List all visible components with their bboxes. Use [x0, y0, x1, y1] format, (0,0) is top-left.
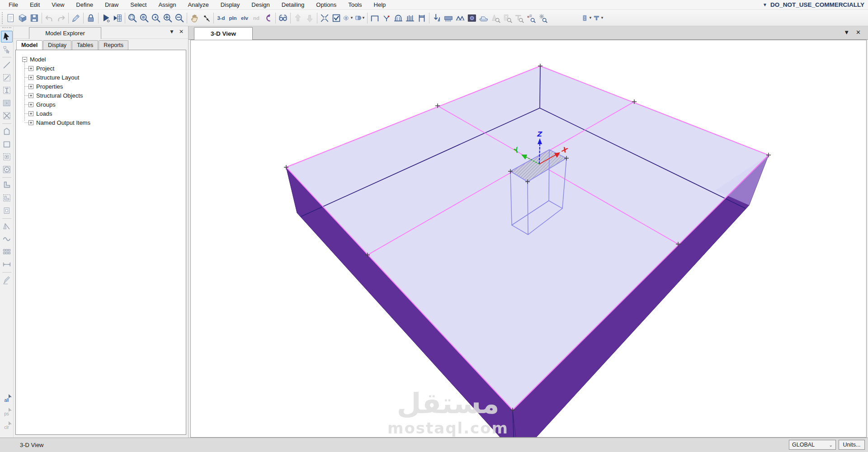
chevron-down-icon[interactable]: ▼ — [589, 16, 592, 20]
show-design-strips-icon[interactable] — [443, 12, 454, 24]
open-model-icon[interactable] — [17, 12, 28, 24]
units-button[interactable]: Units... — [839, 440, 865, 450]
tab-3d-view[interactable]: 3-D View — [194, 27, 253, 40]
model-explorer-title-tab[interactable]: Model Explorer — [29, 27, 101, 39]
beam-view-options-icon[interactable]: ▼ — [593, 12, 604, 24]
menu-design[interactable]: Design — [245, 0, 275, 9]
menu-assign[interactable]: Assign — [152, 0, 182, 9]
collapse-icon[interactable] — [22, 57, 27, 62]
chevron-down-icon[interactable]: ▼ — [600, 16, 604, 20]
draw-curved-tendon-icon[interactable] — [1, 233, 13, 245]
menu-help[interactable]: Help — [368, 0, 392, 9]
column-view-options-icon[interactable]: ▼ — [581, 12, 593, 24]
tree-item-project[interactable]: Project — [28, 64, 186, 73]
view-close-icon[interactable]: ✕ — [856, 29, 861, 36]
find-grid-intersection-icon[interactable] — [537, 12, 548, 24]
object-visibility-icon[interactable] — [277, 12, 289, 24]
run-detailing-icon[interactable] — [112, 12, 123, 24]
previous-zoom-icon[interactable] — [150, 12, 162, 24]
set-display-options-icon[interactable] — [330, 12, 342, 24]
menu-file[interactable]: File — [3, 0, 24, 9]
shrink-objects-icon[interactable] — [319, 12, 330, 24]
chevron-down-icon[interactable]: ▼ — [350, 16, 354, 20]
tree-item-structural-objects[interactable]: Structural Objects — [28, 91, 186, 100]
draw-circular-area-icon[interactable] — [1, 164, 13, 175]
menu-detailing[interactable]: Detailing — [276, 0, 311, 9]
chevron-down-icon[interactable]: ▼ — [362, 16, 365, 20]
coordinate-system-select[interactable]: GLOBAL ⌄ — [789, 440, 836, 450]
view-elevation-button[interactable]: elv — [239, 12, 250, 24]
find-design-strip-icon[interactable] — [513, 12, 525, 24]
pan-icon[interactable] — [189, 12, 200, 24]
select-pointer-icon[interactable] — [1, 31, 13, 42]
restore-full-view-icon[interactable] — [138, 12, 150, 24]
run-analysis-icon[interactable] — [100, 12, 112, 24]
zoom-in-icon[interactable] — [162, 12, 174, 24]
show-tendons-icon[interactable] — [454, 12, 466, 24]
quick-draw-brace-icon[interactable] — [1, 110, 13, 122]
expand-icon[interactable] — [28, 84, 33, 89]
quick-draw-line-icon[interactable] — [1, 72, 13, 84]
draw-design-strip-icon[interactable] — [1, 97, 13, 109]
tree-item-loads[interactable]: Loads — [28, 109, 186, 118]
zoom-out-icon[interactable] — [174, 12, 185, 24]
lock-model-icon[interactable] — [85, 12, 97, 24]
draw-slab-rebar-icon[interactable] — [1, 274, 13, 286]
tree-item-properties[interactable]: Properties — [28, 82, 186, 91]
tree-item-structure-layout[interactable]: Structure Layout — [28, 73, 186, 82]
find-tendon-icon[interactable] — [490, 12, 501, 24]
quick-draw-beam-icon[interactable] — [1, 85, 13, 96]
menu-tools[interactable]: Tools — [342, 0, 368, 9]
menu-select[interactable]: Select — [124, 0, 152, 9]
menu-edit[interactable]: Edit — [24, 0, 46, 9]
new-model-icon[interactable] — [5, 12, 17, 24]
rotate-3d-view-icon[interactable] — [262, 12, 274, 24]
snap-points-icon[interactable] — [200, 12, 212, 24]
menu-options[interactable]: Options — [310, 0, 342, 9]
select-reshape-icon[interactable] — [1, 43, 13, 55]
expand-icon[interactable] — [28, 66, 33, 71]
draw-slab-area-icon[interactable] — [369, 12, 381, 24]
3d-viewport[interactable]: Z X Y — [190, 40, 867, 438]
view-nd-button[interactable]: nd — [250, 12, 262, 24]
explorer-tab-model[interactable]: Model — [16, 40, 42, 50]
expand-icon[interactable] — [28, 75, 33, 80]
menu-draw[interactable]: Draw — [99, 0, 124, 9]
view-plan-button[interactable]: pln — [227, 12, 239, 24]
draw-tendon-icon[interactable] — [1, 221, 13, 232]
tree-root-model[interactable]: Model — [22, 55, 186, 64]
undo-icon[interactable] — [43, 12, 55, 24]
save-model-icon[interactable] — [28, 12, 40, 24]
draw-area-polygon-icon[interactable] — [1, 126, 13, 137]
object-view-options-icon[interactable]: ▼ — [342, 12, 354, 24]
redo-icon[interactable] — [55, 12, 67, 24]
draw-line-object-icon[interactable] — [1, 59, 13, 71]
edit-pen-icon[interactable] — [70, 12, 82, 24]
expand-icon[interactable] — [28, 120, 33, 125]
object-shading-icon[interactable]: ▼ — [354, 12, 366, 24]
explorer-tab-tables[interactable]: Tables — [72, 40, 98, 50]
menu-display[interactable]: Display — [215, 0, 246, 9]
expand-icon[interactable] — [28, 111, 33, 116]
show-load-assigns-icon[interactable] — [431, 12, 443, 24]
draw-wall-icon[interactable] — [1, 179, 13, 191]
explorer-tab-reports[interactable]: Reports — [99, 40, 128, 50]
panel-menu-icon[interactable]: ▼ — [169, 28, 175, 35]
show-punching-checks-icon[interactable] — [404, 12, 416, 24]
show-strip-forces-icon[interactable] — [392, 12, 404, 24]
select-all-button[interactable]: all — [1, 393, 13, 407]
draw-wall-opening-icon[interactable] — [1, 205, 13, 217]
expand-icon[interactable] — [28, 102, 33, 107]
show-section-cut-icon[interactable] — [478, 12, 490, 24]
expand-icon[interactable] — [28, 93, 33, 98]
draw-toolbar-grip[interactable] — [2, 27, 11, 29]
tree-item-named-output-items[interactable]: Named Output Items — [28, 118, 186, 127]
draw-area-rect-icon[interactable] — [1, 138, 13, 150]
rubber-band-zoom-icon[interactable] — [127, 12, 138, 24]
panel-close-icon[interactable]: ✕ — [179, 28, 184, 35]
tree-item-groups[interactable]: Groups — [28, 100, 186, 109]
view-menu-icon[interactable]: ▼ — [844, 29, 849, 36]
quick-draw-wall-icon[interactable] — [1, 192, 13, 204]
find-joint-icon[interactable] — [525, 12, 537, 24]
move-up-level-icon[interactable] — [292, 12, 304, 24]
